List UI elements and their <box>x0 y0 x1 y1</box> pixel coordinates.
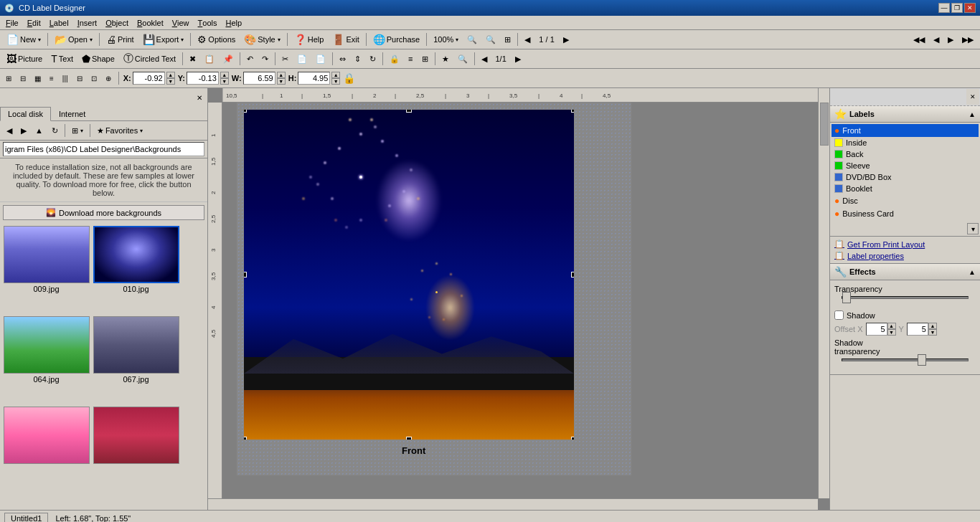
menu-view[interactable]: View <box>168 16 194 29</box>
delete-button[interactable]: ✖ <box>186 51 199 67</box>
get-from-print-layout-link[interactable]: 📋 Get From Print Layout <box>834 239 976 249</box>
exit-button[interactable]: 🚪 Exit <box>329 32 362 47</box>
nav-next-button[interactable]: ▶ <box>560 32 573 47</box>
labels-collapse-button[interactable]: ▲ <box>969 110 976 118</box>
redo-button[interactable]: ↷ <box>258 51 272 67</box>
new-button[interactable]: 📄 New ▾ <box>3 32 44 47</box>
flip-v-button[interactable]: ⇕ <box>351 51 364 67</box>
scroll-thumb[interactable] <box>820 103 829 146</box>
tab-internet[interactable]: Internet <box>51 107 93 120</box>
offset-x-up[interactable]: ▲ <box>887 323 896 329</box>
label-back[interactable]: Back <box>831 148 979 160</box>
order-button[interactable]: ⊞ <box>418 51 432 67</box>
label-sleeve[interactable]: Sleeve <box>831 160 979 171</box>
offset-y-up[interactable]: ▲ <box>928 323 937 329</box>
canvas-scrollbar-horizontal[interactable] <box>208 498 818 510</box>
zoom-out-button[interactable]: 🔍 <box>482 32 499 47</box>
search-button[interactable]: 🔍 <box>454 51 471 67</box>
h-down[interactable]: ▼ <box>331 78 340 85</box>
label-disc[interactable]: ● Disc <box>831 194 979 207</box>
label-booklet[interactable]: Booklet <box>831 183 979 194</box>
offset-x-down[interactable]: ▼ <box>887 329 896 336</box>
open-button[interactable]: 📂 Open ▾ <box>51 32 96 47</box>
document-tab[interactable]: Untitled1 <box>4 513 48 523</box>
w-spinner[interactable]: ▲ ▼ <box>277 72 286 85</box>
handle-bl[interactable] <box>244 437 247 440</box>
coord-icon2[interactable]: ⊟ <box>17 70 29 86</box>
download-backgrounds-button[interactable]: 🌄 Download more backgrounds <box>3 205 204 220</box>
purchase-button[interactable]: 🌐 Purchase <box>369 32 423 47</box>
rotate-button[interactable]: ↻ <box>366 51 380 67</box>
export-button[interactable]: 💾 Export ▾ <box>139 32 188 47</box>
back-button[interactable]: ◀ <box>3 123 16 138</box>
y-up[interactable]: ▲ <box>220 72 229 78</box>
panel-close-button[interactable]: ✕ <box>193 90 206 105</box>
menu-booklet[interactable]: Booklet <box>133 16 168 29</box>
picture-button[interactable]: 🖼 Picture <box>3 51 46 67</box>
style-button[interactable]: 🎨 Style ▾ <box>240 32 283 47</box>
label-properties-link[interactable]: 📋 Label properties <box>834 251 976 260</box>
nav-prev-button[interactable]: ◀ <box>521 32 534 47</box>
nav-prev2-button[interactable]: ◀ <box>930 32 943 47</box>
paste2-button[interactable]: 📄 <box>312 51 329 67</box>
flip-h-button[interactable]: ⇔ <box>336 51 349 67</box>
left-arrow-button[interactable]: ◀ <box>478 51 491 67</box>
close-button[interactable]: ✕ <box>964 3 976 13</box>
options-button[interactable]: ⚙ Options <box>194 32 239 47</box>
w-up[interactable]: ▲ <box>277 72 286 78</box>
lock-proportions-icon[interactable]: 🔒 <box>343 72 355 84</box>
nav-next2-button[interactable]: ▶ <box>944 32 957 47</box>
right-panel-close[interactable]: ✕ <box>966 89 979 105</box>
path-input[interactable] <box>3 142 204 156</box>
handle-tr[interactable] <box>571 110 574 113</box>
menu-edit[interactable]: Edit <box>23 16 45 29</box>
undo-button[interactable]: ↶ <box>243 51 257 67</box>
y-down[interactable]: ▼ <box>220 78 229 85</box>
label-front[interactable]: ● Front <box>831 124 979 137</box>
text-button[interactable]: T Text <box>47 51 77 67</box>
menu-object[interactable]: Object <box>101 16 133 29</box>
cut-button[interactable]: ✂ <box>278 51 292 67</box>
x-spinner[interactable]: ▲ ▼ <box>166 72 175 85</box>
offset-x-spinner[interactable]: ▲ ▼ <box>887 323 896 336</box>
h-spinner[interactable]: ▲ ▼ <box>331 72 340 85</box>
circled-text-button[interactable]: Ⓣ Circled Text <box>120 51 179 67</box>
handle-tm[interactable] <box>406 110 412 113</box>
offset-y-input[interactable] <box>907 323 928 336</box>
coord-icon4[interactable]: ≡ <box>47 70 57 86</box>
coord-icon7[interactable]: ⊡ <box>88 70 100 86</box>
menu-file[interactable]: File <box>1 16 23 29</box>
align-button[interactable]: ≡ <box>405 51 416 67</box>
handle-bm[interactable] <box>406 437 412 440</box>
w-down[interactable]: ▼ <box>277 78 286 85</box>
h-up[interactable]: ▲ <box>331 72 340 78</box>
handle-ml[interactable] <box>244 272 247 277</box>
list-item[interactable] <box>1 405 91 487</box>
nav-first-button[interactable]: ◀◀ <box>910 32 928 47</box>
x-up[interactable]: ▲ <box>166 72 175 78</box>
refresh-button[interactable]: ↻ <box>48 123 62 138</box>
print-button[interactable]: 🖨 Print <box>103 32 138 47</box>
list-item[interactable]: 067.jpg <box>91 315 181 405</box>
offset-y-down[interactable]: ▼ <box>928 329 937 336</box>
menu-tools[interactable]: Tools <box>194 16 222 29</box>
menu-label[interactable]: Label <box>45 16 73 29</box>
transparency-slider-thumb[interactable] <box>842 292 851 303</box>
labels-scroll-down[interactable]: ▾ <box>967 223 979 234</box>
effects-collapse-button[interactable]: ▲ <box>969 268 976 276</box>
label-inside[interactable]: Inside <box>831 137 979 148</box>
lock-button[interactable]: 🔒 <box>386 51 403 67</box>
list-item[interactable]: 010.jpg <box>91 224 181 315</box>
handle-br[interactable] <box>571 437 574 440</box>
handle-mr[interactable] <box>571 272 574 277</box>
effects-btn2[interactable]: ★ <box>438 51 453 67</box>
zoom-select[interactable]: 100% ▾ <box>430 32 462 47</box>
shape-button[interactable]: ⬟ Shape <box>78 51 118 67</box>
paste-button[interactable]: 📌 <box>220 51 237 67</box>
coord-icon1[interactable]: ⊞ <box>3 70 14 86</box>
list-item[interactable]: 009.jpg <box>1 224 91 315</box>
shadow-checkbox[interactable] <box>834 310 844 320</box>
minimize-button[interactable]: — <box>938 3 950 13</box>
right-arrow-button[interactable]: ▶ <box>512 51 524 67</box>
label-dvdbd-box[interactable]: DVD/BD Box <box>831 171 979 183</box>
